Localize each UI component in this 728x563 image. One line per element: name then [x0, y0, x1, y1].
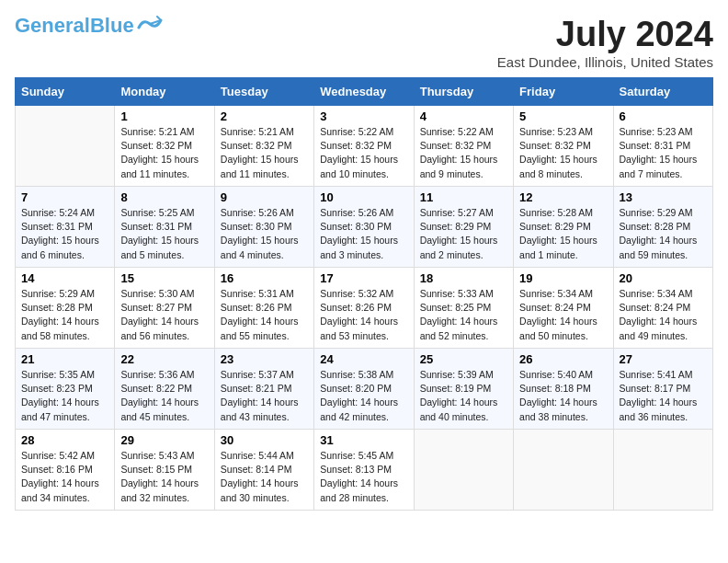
weekday-header-monday: Monday — [115, 78, 214, 106]
calendar-cell: 5Sunrise: 5:23 AM Sunset: 8:32 PM Daylig… — [514, 106, 613, 187]
day-info: Sunrise: 5:33 AM Sunset: 8:25 PM Dayligh… — [420, 287, 507, 343]
day-number: 19 — [519, 271, 607, 285]
day-number: 9 — [221, 190, 308, 204]
day-info: Sunrise: 5:31 AM Sunset: 8:26 PM Dayligh… — [221, 287, 308, 343]
calendar-week-row: 1Sunrise: 5:21 AM Sunset: 8:32 PM Daylig… — [16, 106, 713, 187]
day-info: Sunrise: 5:43 AM Sunset: 8:15 PM Dayligh… — [120, 449, 208, 505]
day-info: Sunrise: 5:38 AM Sunset: 8:20 PM Dayligh… — [320, 368, 407, 424]
day-number: 25 — [420, 352, 507, 366]
day-info: Sunrise: 5:26 AM Sunset: 8:30 PM Dayligh… — [221, 206, 308, 262]
calendar-cell: 21Sunrise: 5:35 AM Sunset: 8:23 PM Dayli… — [16, 349, 115, 430]
day-number: 27 — [620, 352, 707, 366]
calendar-body: 1Sunrise: 5:21 AM Sunset: 8:32 PM Daylig… — [16, 106, 713, 511]
day-info: Sunrise: 5:21 AM Sunset: 8:32 PM Dayligh… — [120, 125, 208, 181]
calendar-cell: 4Sunrise: 5:22 AM Sunset: 8:32 PM Daylig… — [414, 106, 513, 187]
calendar-cell: 15Sunrise: 5:30 AM Sunset: 8:27 PM Dayli… — [115, 268, 214, 349]
calendar-cell — [514, 430, 613, 511]
day-info: Sunrise: 5:41 AM Sunset: 8:17 PM Dayligh… — [620, 368, 707, 424]
day-number: 16 — [221, 271, 308, 285]
calendar-header: SundayMondayTuesdayWednesdayThursdayFrid… — [16, 78, 713, 106]
calendar-cell: 28Sunrise: 5:42 AM Sunset: 8:16 PM Dayli… — [16, 430, 115, 511]
weekday-header-tuesday: Tuesday — [214, 78, 313, 106]
day-info: Sunrise: 5:39 AM Sunset: 8:19 PM Dayligh… — [420, 368, 507, 424]
calendar-table: SundayMondayTuesdayWednesdayThursdayFrid… — [15, 77, 713, 511]
calendar-cell: 12Sunrise: 5:28 AM Sunset: 8:29 PM Dayli… — [514, 187, 613, 268]
calendar-week-row: 28Sunrise: 5:42 AM Sunset: 8:16 PM Dayli… — [16, 430, 713, 511]
day-info: Sunrise: 5:29 AM Sunset: 8:28 PM Dayligh… — [21, 287, 108, 343]
logo-general: General — [15, 14, 90, 37]
day-info: Sunrise: 5:24 AM Sunset: 8:31 PM Dayligh… — [21, 206, 108, 262]
calendar-cell: 31Sunrise: 5:45 AM Sunset: 8:13 PM Dayli… — [314, 430, 414, 511]
day-info: Sunrise: 5:23 AM Sunset: 8:31 PM Dayligh… — [620, 125, 707, 181]
day-number: 17 — [320, 271, 407, 285]
calendar-cell — [16, 106, 115, 187]
day-number: 22 — [120, 352, 208, 366]
calendar-cell — [613, 430, 712, 511]
day-info: Sunrise: 5:37 AM Sunset: 8:21 PM Dayligh… — [221, 368, 308, 424]
calendar-cell: 11Sunrise: 5:27 AM Sunset: 8:29 PM Dayli… — [414, 187, 513, 268]
calendar-cell: 29Sunrise: 5:43 AM Sunset: 8:15 PM Dayli… — [115, 430, 214, 511]
day-number: 3 — [320, 109, 407, 123]
day-info: Sunrise: 5:42 AM Sunset: 8:16 PM Dayligh… — [21, 449, 108, 505]
day-info: Sunrise: 5:22 AM Sunset: 8:32 PM Dayligh… — [320, 125, 407, 181]
calendar-cell: 1Sunrise: 5:21 AM Sunset: 8:32 PM Daylig… — [115, 106, 214, 187]
calendar-cell: 26Sunrise: 5:40 AM Sunset: 8:18 PM Dayli… — [514, 349, 613, 430]
calendar-cell: 8Sunrise: 5:25 AM Sunset: 8:31 PM Daylig… — [115, 187, 214, 268]
day-info: Sunrise: 5:29 AM Sunset: 8:28 PM Dayligh… — [620, 206, 707, 262]
day-info: Sunrise: 5:40 AM Sunset: 8:18 PM Dayligh… — [519, 368, 607, 424]
day-info: Sunrise: 5:30 AM Sunset: 8:27 PM Dayligh… — [120, 287, 208, 343]
weekday-header-sunday: Sunday — [16, 78, 115, 106]
day-number: 11 — [420, 190, 507, 204]
day-number: 13 — [620, 190, 707, 204]
title-area: July 2024 East Dundee, Illinois, United … — [497, 15, 713, 70]
page-header: GeneralBlue July 2024 East Dundee, Illin… — [15, 15, 713, 70]
location-title: East Dundee, Illinois, United States — [497, 54, 713, 70]
day-number: 2 — [221, 109, 308, 123]
calendar-cell: 18Sunrise: 5:33 AM Sunset: 8:25 PM Dayli… — [414, 268, 513, 349]
day-info: Sunrise: 5:25 AM Sunset: 8:31 PM Dayligh… — [120, 206, 208, 262]
day-number: 10 — [320, 190, 407, 204]
day-info: Sunrise: 5:32 AM Sunset: 8:26 PM Dayligh… — [320, 287, 407, 343]
calendar-cell: 20Sunrise: 5:34 AM Sunset: 8:24 PM Dayli… — [613, 268, 712, 349]
day-number: 20 — [620, 271, 707, 285]
weekday-header-saturday: Saturday — [613, 78, 712, 106]
day-info: Sunrise: 5:35 AM Sunset: 8:23 PM Dayligh… — [21, 368, 108, 424]
day-info: Sunrise: 5:21 AM Sunset: 8:32 PM Dayligh… — [221, 125, 308, 181]
day-info: Sunrise: 5:34 AM Sunset: 8:24 PM Dayligh… — [620, 287, 707, 343]
calendar-cell: 23Sunrise: 5:37 AM Sunset: 8:21 PM Dayli… — [214, 349, 313, 430]
day-info: Sunrise: 5:28 AM Sunset: 8:29 PM Dayligh… — [519, 206, 607, 262]
day-number: 31 — [320, 433, 407, 447]
day-number: 26 — [519, 352, 607, 366]
calendar-cell — [414, 430, 513, 511]
calendar-cell: 13Sunrise: 5:29 AM Sunset: 8:28 PM Dayli… — [613, 187, 712, 268]
month-title: July 2024 — [497, 15, 713, 54]
day-info: Sunrise: 5:44 AM Sunset: 8:14 PM Dayligh… — [221, 449, 308, 505]
day-number: 5 — [519, 109, 607, 123]
calendar-cell: 17Sunrise: 5:32 AM Sunset: 8:26 PM Dayli… — [314, 268, 414, 349]
calendar-cell: 3Sunrise: 5:22 AM Sunset: 8:32 PM Daylig… — [314, 106, 414, 187]
calendar-cell: 25Sunrise: 5:39 AM Sunset: 8:19 PM Dayli… — [414, 349, 513, 430]
day-number: 24 — [320, 352, 407, 366]
day-number: 12 — [519, 190, 607, 204]
day-number: 21 — [21, 352, 108, 366]
calendar-cell: 22Sunrise: 5:36 AM Sunset: 8:22 PM Dayli… — [115, 349, 214, 430]
weekday-header-wednesday: Wednesday — [314, 78, 414, 106]
calendar-cell: 7Sunrise: 5:24 AM Sunset: 8:31 PM Daylig… — [16, 187, 115, 268]
calendar-cell: 24Sunrise: 5:38 AM Sunset: 8:20 PM Dayli… — [314, 349, 414, 430]
day-info: Sunrise: 5:34 AM Sunset: 8:24 PM Dayligh… — [519, 287, 607, 343]
calendar-cell: 9Sunrise: 5:26 AM Sunset: 8:30 PM Daylig… — [214, 187, 313, 268]
day-info: Sunrise: 5:26 AM Sunset: 8:30 PM Dayligh… — [320, 206, 407, 262]
day-number: 6 — [620, 109, 707, 123]
logo-text: GeneralBlue — [15, 15, 134, 37]
day-info: Sunrise: 5:45 AM Sunset: 8:13 PM Dayligh… — [320, 449, 407, 505]
calendar-week-row: 7Sunrise: 5:24 AM Sunset: 8:31 PM Daylig… — [16, 187, 713, 268]
day-info: Sunrise: 5:22 AM Sunset: 8:32 PM Dayligh… — [420, 125, 507, 181]
day-number: 8 — [120, 190, 208, 204]
day-number: 7 — [21, 190, 108, 204]
calendar-cell: 14Sunrise: 5:29 AM Sunset: 8:28 PM Dayli… — [16, 268, 115, 349]
weekday-header-thursday: Thursday — [414, 78, 513, 106]
day-number: 23 — [221, 352, 308, 366]
calendar-cell: 19Sunrise: 5:34 AM Sunset: 8:24 PM Dayli… — [514, 268, 613, 349]
logo: GeneralBlue — [15, 15, 163, 37]
calendar-week-row: 14Sunrise: 5:29 AM Sunset: 8:28 PM Dayli… — [16, 268, 713, 349]
